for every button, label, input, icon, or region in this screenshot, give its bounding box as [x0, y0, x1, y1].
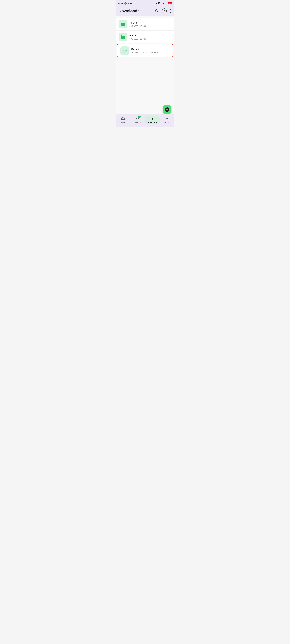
item-name: GFonts: [129, 34, 171, 37]
home-icon-wrap: [121, 117, 125, 121]
page-title: Downloads: [119, 8, 140, 13]
settings-status-icon: ⚙: [130, 2, 132, 4]
font-file-icon: Tт: [120, 46, 129, 55]
item-info: GFonts 30/04/2024 10:34:37: [129, 34, 171, 40]
download-icon: [150, 117, 154, 121]
folder-icon: [119, 33, 127, 41]
phone-container: 10:42 🔕 ✓ ⚙ 4G: [116, 0, 174, 128]
nav-item-downloads[interactable]: Downloads: [145, 116, 160, 124]
list-item[interactable]: GFonts 30/04/2024 10:34:37: [116, 31, 174, 44]
nav-active-indicator: [150, 126, 155, 126]
item-meta: 30/04/2024 10:34:37: [129, 38, 171, 40]
item-info: FFonts 30/04/2024 10:38:22: [129, 21, 171, 27]
more-dot-icon: [170, 9, 171, 10]
svg-rect-2: [136, 117, 137, 118]
ad-icon: AD: [162, 8, 167, 13]
list-item[interactable]: Tт BAria.ttf 30/04/2024 10:42:32 | 36.3 …: [117, 44, 173, 57]
nav-label: Downloads: [148, 121, 157, 124]
settings-icon: [165, 117, 169, 121]
alarm-off-icon: 🔕: [124, 2, 127, 4]
svg-rect-5: [138, 119, 139, 120]
home-icon: [121, 117, 125, 121]
status-icons: 4G 19: [154, 2, 172, 5]
item-meta: 30/04/2024 10:42:32 | 36.3 KB: [131, 52, 170, 54]
item-meta: 30/04/2024 10:38:22: [129, 25, 171, 27]
content-area: FFonts 30/04/2024 10:38:22 GFonts 30/04/…: [116, 16, 174, 114]
nav-label: Settings: [164, 121, 170, 124]
time-text: 10:42: [118, 2, 123, 4]
folder-svg-icon: [120, 35, 125, 39]
wifi-icon: [165, 2, 167, 5]
nav-label: Category: [134, 121, 141, 124]
signal-bars-2-icon: [161, 2, 164, 4]
status-time: 10:42 🔕 ✓ ⚙: [118, 2, 132, 4]
category-badge: 23: [138, 116, 141, 118]
downloads-icon-wrap: [150, 117, 154, 121]
nav-item-home[interactable]: Home: [116, 116, 130, 124]
nav-label: Home: [121, 121, 125, 124]
svg-point-7: [167, 118, 167, 119]
more-dot-icon: [170, 12, 171, 13]
category-icon-wrap: 23: [136, 117, 140, 121]
bottom-nav: Home 23 Category: [116, 114, 174, 128]
item-info: BAria.ttf 30/04/2024 10:42:32 | 36.3 KB: [131, 48, 170, 54]
list-item[interactable]: FFonts 30/04/2024 10:38:22: [116, 18, 174, 31]
check-icon: ✓: [128, 2, 129, 4]
plus-icon: [165, 108, 169, 112]
search-button[interactable]: [154, 8, 159, 13]
folder-icon: [119, 20, 127, 28]
item-name: BAria.ttf: [131, 48, 170, 51]
folder-svg-icon: [120, 22, 125, 26]
ad-button[interactable]: AD: [161, 8, 167, 14]
status-bar: 10:42 🔕 ✓ ⚙ 4G: [116, 0, 174, 6]
more-options-button[interactable]: [169, 8, 171, 13]
header-actions: AD: [154, 8, 171, 14]
search-icon: [155, 9, 159, 13]
add-button[interactable]: [163, 105, 171, 114]
item-name: FFonts: [129, 21, 171, 24]
svg-rect-4: [136, 119, 137, 120]
lte-badge: 4G: [158, 2, 160, 4]
nav-item-category[interactable]: 23 Category: [130, 116, 145, 124]
signal-bars-icon: [154, 2, 157, 4]
settings-icon-wrap: [165, 117, 169, 121]
nav-item-settings[interactable]: Settings: [160, 116, 175, 124]
battery-icon: 19: [168, 2, 172, 4]
font-tt-icon: Tт: [123, 49, 126, 53]
more-dot-icon: [170, 10, 171, 11]
svg-line-1: [158, 12, 158, 12]
app-header: Downloads AD: [116, 6, 174, 16]
